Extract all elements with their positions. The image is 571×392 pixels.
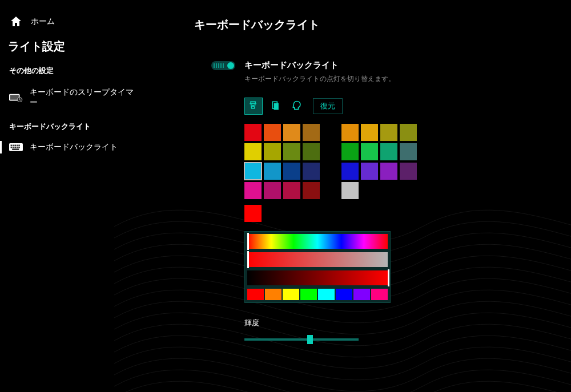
sidebar-backlight-heading: キーボードバックライト bbox=[6, 114, 143, 136]
svg-rect-12 bbox=[17, 147, 18, 148]
svg-rect-10 bbox=[13, 147, 14, 148]
main-panel: キーボードバックライト キーボードバックライト キーボードバックライトの点灯を切… bbox=[194, 17, 537, 341]
palette-swatch[interactable] bbox=[244, 143, 262, 160]
palette-swatch[interactable] bbox=[283, 182, 300, 199]
cards-icon bbox=[270, 100, 281, 113]
home-icon bbox=[9, 15, 23, 29]
keyboard-timer-icon bbox=[9, 92, 23, 103]
color-preset[interactable] bbox=[371, 289, 388, 300]
palette-swatch[interactable] bbox=[264, 163, 281, 180]
palette-swatch[interactable] bbox=[361, 143, 378, 160]
page-title: キーボードバックライト bbox=[194, 17, 537, 33]
palette-swatch[interactable] bbox=[380, 163, 397, 180]
head-icon bbox=[291, 100, 303, 113]
color-picker bbox=[244, 231, 391, 303]
color-presets bbox=[247, 289, 388, 300]
mode-cards-button[interactable] bbox=[266, 98, 284, 115]
saturation-slider[interactable] bbox=[247, 252, 388, 267]
palette-swatch[interactable] bbox=[303, 163, 320, 180]
palette-swatch[interactable] bbox=[341, 182, 359, 199]
nav-home[interactable]: ホーム bbox=[6, 11, 143, 37]
svg-rect-15 bbox=[252, 105, 254, 107]
brightness-slider[interactable] bbox=[244, 338, 359, 341]
keyboard-icon bbox=[9, 142, 23, 152]
hue-slider[interactable] bbox=[247, 234, 388, 249]
palette-swatch[interactable] bbox=[400, 124, 417, 141]
current-color-swatch[interactable] bbox=[244, 205, 262, 222]
color-preset[interactable] bbox=[265, 289, 282, 300]
brightness-label: 輝度 bbox=[244, 318, 537, 328]
palette-swatch[interactable] bbox=[264, 124, 281, 141]
value-slider[interactable] bbox=[247, 270, 388, 285]
svg-rect-11 bbox=[14, 147, 16, 148]
palette-swatch[interactable] bbox=[264, 182, 281, 199]
color-preset[interactable] bbox=[283, 289, 299, 300]
color-palette bbox=[244, 124, 537, 199]
backlight-toggle-description: キーボードバックライトの点灯を切り替えます。 bbox=[244, 74, 537, 84]
palette-swatch[interactable] bbox=[283, 163, 300, 180]
svg-rect-8 bbox=[18, 145, 20, 147]
color-preset[interactable] bbox=[300, 289, 317, 300]
bucket-icon bbox=[248, 100, 259, 113]
palette-swatch[interactable] bbox=[380, 143, 397, 160]
palette-swatch[interactable] bbox=[303, 182, 320, 199]
restore-button[interactable]: 復元 bbox=[313, 98, 343, 114]
backlight-toggle[interactable] bbox=[211, 61, 235, 70]
palette-swatch[interactable] bbox=[400, 163, 417, 180]
sidebar-section-title: ライト設定 bbox=[6, 37, 143, 62]
palette-swatch[interactable] bbox=[264, 143, 281, 160]
color-preset[interactable] bbox=[318, 289, 335, 300]
svg-rect-9 bbox=[11, 147, 13, 148]
nav-home-label: ホーム bbox=[31, 17, 55, 27]
nav-sleep-timer[interactable]: キーボードのスリープタイマー bbox=[6, 82, 143, 114]
svg-rect-7 bbox=[17, 145, 18, 147]
palette-swatch[interactable] bbox=[341, 163, 359, 180]
palette-swatch[interactable] bbox=[283, 143, 300, 160]
color-preset[interactable] bbox=[247, 289, 264, 300]
svg-rect-13 bbox=[18, 147, 20, 148]
current-color-row bbox=[244, 205, 537, 222]
palette-swatch[interactable] bbox=[303, 143, 320, 160]
palette-swatch[interactable] bbox=[361, 124, 378, 141]
color-preset[interactable] bbox=[336, 289, 352, 300]
color-preset[interactable] bbox=[353, 289, 370, 300]
mode-profile-button[interactable] bbox=[288, 98, 306, 115]
svg-rect-14 bbox=[12, 149, 19, 151]
palette-swatch[interactable] bbox=[361, 163, 378, 180]
palette-swatch[interactable] bbox=[341, 124, 359, 141]
palette-swatch[interactable] bbox=[380, 124, 397, 141]
sidebar-other-settings-heading: その他の設定 bbox=[6, 62, 143, 82]
mode-row: 復元 bbox=[244, 98, 537, 115]
palette-swatch[interactable] bbox=[244, 124, 262, 141]
sidebar: ホーム ライト設定 その他の設定 キーボードのスリープタイマー キーボードバック… bbox=[0, 0, 148, 164]
palette-swatch[interactable] bbox=[244, 163, 262, 180]
palette-swatch[interactable] bbox=[244, 182, 262, 199]
palette-swatch[interactable] bbox=[400, 143, 417, 160]
nav-sleep-timer-label: キーボードのスリープタイマー bbox=[30, 87, 139, 108]
nav-keyboard-backlight[interactable]: キーボードバックライト bbox=[6, 136, 143, 158]
svg-rect-5 bbox=[13, 145, 14, 147]
svg-rect-4 bbox=[11, 145, 13, 147]
backlight-toggle-label: キーボードバックライト bbox=[244, 60, 339, 71]
svg-rect-17 bbox=[274, 103, 279, 110]
svg-rect-6 bbox=[14, 145, 16, 147]
nav-keyboard-backlight-label: キーボードバックライト bbox=[30, 142, 118, 152]
palette-swatch[interactable] bbox=[341, 143, 359, 160]
palette-swatch[interactable] bbox=[283, 124, 300, 141]
mode-fill-button[interactable] bbox=[244, 98, 263, 115]
palette-swatch[interactable] bbox=[303, 124, 320, 141]
